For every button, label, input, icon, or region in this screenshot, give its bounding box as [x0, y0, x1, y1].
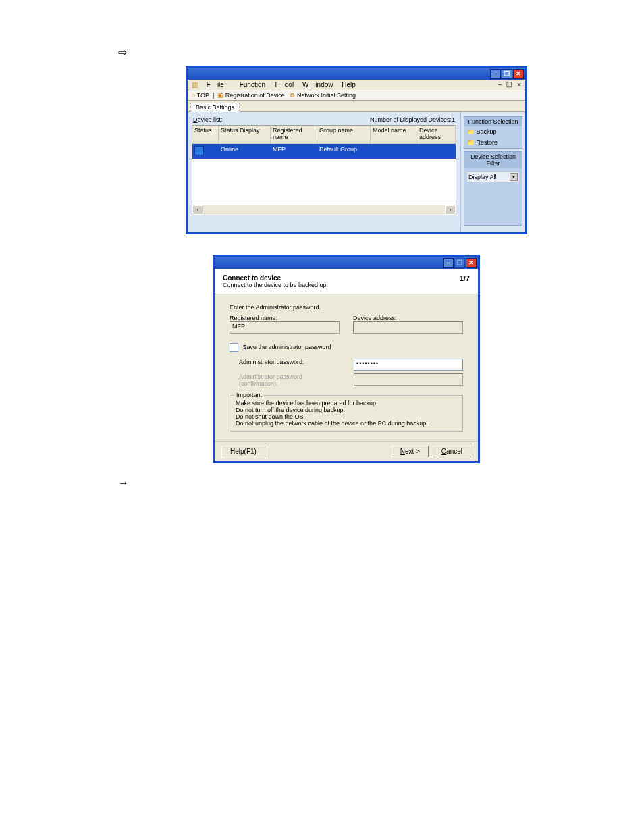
- device-icon: [194, 146, 204, 155]
- toolbar-register[interactable]: Registration of Device: [225, 92, 285, 99]
- cancel-button[interactable]: Cancel: [433, 446, 471, 457]
- menubar: ▥ File Function Tool Window Help – ❐ ×: [188, 80, 525, 90]
- backup-button[interactable]: 📁 Backup: [464, 126, 522, 137]
- h-scrollbar[interactable]: ‹ ›: [192, 205, 456, 215]
- function-selection-title: Function Selection: [464, 117, 522, 126]
- mdi-minimize-button[interactable]: –: [498, 81, 502, 88]
- menu-function[interactable]: Function: [240, 81, 265, 88]
- toolbar-top[interactable]: TOP: [197, 92, 209, 99]
- device-address-field: [353, 321, 463, 334]
- device-count: Number of Displayed Devices:1: [370, 116, 455, 123]
- col-registered-name[interactable]: Registered name: [271, 126, 317, 144]
- cell-status-display: Online: [219, 144, 271, 159]
- enter-password-label: Enter the Administrator password.: [230, 304, 463, 311]
- cell-registered-name: MFP: [271, 144, 317, 159]
- important-line: Make sure the device has been prepared f…: [236, 400, 457, 407]
- dialog-subtitle: Connect to the device to be backed up.: [223, 282, 328, 288]
- cell-group-name: Default Group: [317, 144, 371, 159]
- titlebar: – ❐ ✕: [188, 68, 525, 80]
- important-box: Important Make sure the device has been …: [230, 395, 463, 432]
- minimize-button[interactable]: –: [443, 258, 454, 268]
- mdi-restore-button[interactable]: ❐: [506, 81, 512, 88]
- admin-password-confirm-input: [354, 373, 463, 386]
- mdi-close-button[interactable]: ×: [517, 81, 521, 88]
- minimize-button[interactable]: –: [490, 69, 501, 79]
- dialog-titlebar: – ❐ ✕: [215, 257, 478, 269]
- maximize-button[interactable]: ❐: [454, 258, 465, 268]
- col-model-name[interactable]: Model name: [371, 126, 417, 144]
- important-line: Do not turn off the device during backup…: [236, 407, 457, 413]
- device-grid: Status Status Display Registered name Gr…: [192, 125, 456, 215]
- device-address-label: Device address:: [353, 315, 463, 321]
- registered-name-label: Registered name:: [230, 315, 340, 321]
- menu-tool[interactable]: Tool: [274, 81, 294, 88]
- admin-password-confirm-label: Administrator password (confirmation):: [239, 373, 340, 387]
- important-line: Do not shut down the OS.: [236, 413, 457, 420]
- maximize-button[interactable]: ❐: [502, 69, 512, 79]
- important-line: Do not unplug the network cable of the d…: [236, 420, 457, 427]
- save-password-checkbox[interactable]: Save the administrator password: [230, 343, 463, 352]
- menu-file[interactable]: File: [207, 81, 231, 88]
- close-button[interactable]: ✕: [466, 258, 477, 268]
- help-button[interactable]: Help(F1): [221, 446, 265, 457]
- col-status[interactable]: Status: [192, 126, 219, 144]
- register-icon: ▣: [217, 92, 223, 99]
- scroll-left-icon[interactable]: ‹: [192, 205, 203, 215]
- cell-device-address: [417, 144, 456, 159]
- arrow-icon: ⇨: [118, 46, 590, 59]
- cell-model-name: [371, 144, 417, 159]
- connect-to-device-dialog: – ❐ ✕ Connect to device Connect to the d…: [213, 255, 480, 463]
- app-icon: ▥: [192, 81, 198, 88]
- device-management-window: – ❐ ✕ ▥ File Function Tool Window Help –…: [186, 66, 527, 234]
- function-selection-panel: Function Selection 📁 Backup 📁 Restore: [464, 116, 522, 149]
- close-button[interactable]: ✕: [513, 69, 524, 79]
- menu-window[interactable]: Window: [302, 81, 333, 88]
- col-status-display[interactable]: Status Display: [219, 126, 271, 144]
- scroll-right-icon[interactable]: ›: [445, 205, 456, 215]
- device-filter-title: Device Selection Filter: [464, 152, 522, 168]
- next-button[interactable]: Next >: [392, 446, 429, 457]
- toolbar: ⌂ TOP | ▣ Registration of Device ⚙ Netwo…: [188, 90, 525, 101]
- chevron-down-icon: ▾: [510, 173, 518, 181]
- dialog-title: Connect to device: [223, 274, 328, 282]
- folder-icon: 📁: [467, 128, 475, 135]
- menu-help[interactable]: Help: [342, 81, 356, 88]
- tabbar: Basic Settings: [188, 101, 525, 112]
- folder-icon: 📁: [467, 139, 475, 146]
- home-icon: ⌂: [192, 92, 195, 99]
- device-filter-panel: Device Selection Filter Display All ▾: [464, 151, 522, 226]
- device-list-label: Device list:: [193, 116, 223, 123]
- restore-button[interactable]: 📁 Restore: [464, 137, 522, 148]
- tab-basic-settings[interactable]: Basic Settings: [190, 103, 240, 112]
- registered-name-field: MFP: [230, 321, 340, 334]
- admin-password-label: Administrator password:: [239, 359, 340, 371]
- network-icon: ⚙: [290, 92, 295, 99]
- toolbar-network[interactable]: Network Initial Setting: [297, 92, 356, 99]
- important-legend: Important: [234, 392, 264, 398]
- col-group-name[interactable]: Group name: [317, 126, 371, 144]
- table-row[interactable]: Online MFP Default Group: [192, 144, 456, 159]
- filter-select[interactable]: Display All ▾: [466, 172, 520, 182]
- admin-password-input[interactable]: ••••••••: [354, 359, 463, 371]
- arrow-icon: →: [118, 477, 590, 489]
- wizard-step: 1/7: [460, 274, 470, 288]
- col-device-address[interactable]: Device address: [417, 126, 456, 144]
- checkbox-icon: [230, 343, 238, 352]
